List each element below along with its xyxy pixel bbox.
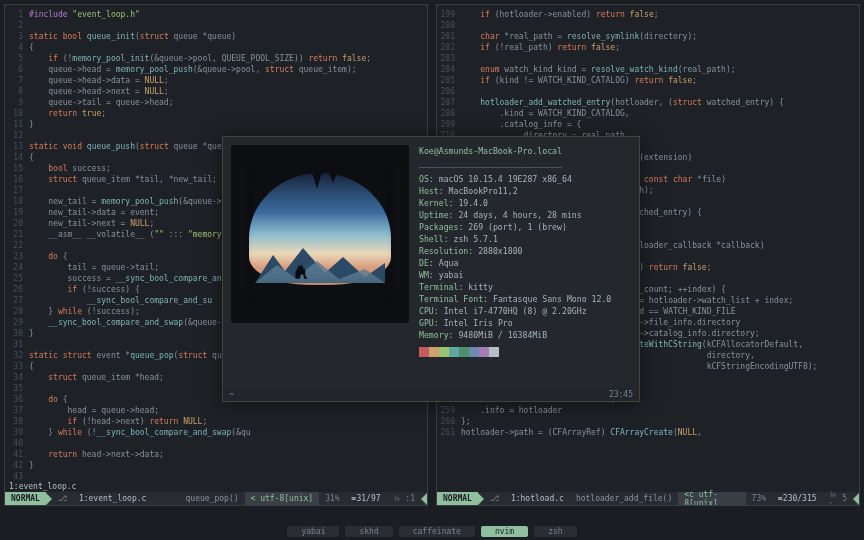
line-number: 33 [7, 361, 29, 372]
line-number: 26 [7, 284, 29, 295]
line-number: 13 [7, 141, 29, 152]
code-text: __sync_bool_compare_and_su [29, 295, 212, 306]
terminal-window[interactable]: Koe@Asmunds-MacBook-Pro.local ──────────… [222, 136, 640, 402]
line-number: 31 [7, 339, 29, 350]
right-position: 230/315 [783, 494, 817, 503]
code-text: return head->next->data; [29, 449, 164, 460]
code-line[interactable]: 202 if (!real_path) return false; [439, 42, 857, 53]
code-text: queue->tail = queue->head; [29, 97, 174, 108]
code-line[interactable]: 3static bool queue_init(struct queue *qu… [7, 31, 425, 42]
line-number: 10 [7, 108, 29, 119]
line-number: 2 [7, 20, 29, 31]
line-number: 28 [7, 306, 29, 317]
window-taskbar: yabaiskhdcaffeinatenvimzsh [0, 524, 864, 538]
code-line[interactable]: 1#include "event_loop.h" [7, 9, 425, 20]
neofetch-row: WM: yabai [419, 269, 631, 281]
code-line[interactable]: 200 [439, 20, 857, 31]
code-line[interactable]: 2 [7, 20, 425, 31]
line-number: 5 [7, 53, 29, 64]
line-number: 34 [7, 372, 29, 383]
code-text: do { [29, 394, 68, 405]
line-number: 1 [7, 9, 29, 20]
line-number: 14 [7, 152, 29, 163]
code-line[interactable]: 42} [7, 460, 425, 471]
line-number: 30 [7, 328, 29, 339]
right-col: 5 [842, 494, 847, 503]
line-number: 12 [7, 130, 29, 141]
line-number: 6 [7, 64, 29, 75]
line-number: 17 [7, 185, 29, 196]
code-line[interactable]: 207 hotloader_add_watched_entry(hotloade… [439, 97, 857, 108]
line-number: 23 [7, 251, 29, 262]
neofetch-info: Koe@Asmunds-MacBook-Pro.local ──────────… [419, 145, 631, 379]
terminal-body: Koe@Asmunds-MacBook-Pro.local ──────────… [223, 137, 639, 387]
right-status-bar: NORMAL ⎇ 1:hotload.c hotloader_add_file(… [437, 492, 859, 505]
code-line[interactable]: 8 queue->head->next = NULL; [7, 86, 425, 97]
taskbar-item-nvim[interactable]: nvim [481, 526, 528, 537]
code-line[interactable]: 208 .kind = WATCH_KIND_CATALOG, [439, 108, 857, 119]
code-line[interactable]: 261hotloader->path = (CFArrayRef) CFArra… [439, 427, 857, 438]
code-text: static bool queue_init(struct queue *que… [29, 31, 236, 42]
code-line[interactable]: 206 [439, 86, 857, 97]
taskbar-item-zsh[interactable]: zsh [534, 526, 576, 537]
line-number: 201 [439, 31, 461, 42]
code-line[interactable]: 39 } while (!__sync_bool_compare_and_swa… [7, 427, 425, 438]
neofetch-row: Packages: 269 (port), 1 (brew) [419, 221, 631, 233]
left-status-bar: NORMAL ⎇ 1:event_loop.c queue_pop() < ut… [5, 492, 427, 505]
code-line[interactable]: 40 [7, 438, 425, 449]
code-line[interactable]: 209 .catalog_info = { [439, 119, 857, 130]
line-number: 9 [7, 97, 29, 108]
code-line[interactable]: 10 return true; [7, 108, 425, 119]
code-text: if (!memory_pool_init(&queue->pool, QUEU… [29, 53, 371, 64]
code-text: queue->head->next = NULL; [29, 86, 169, 97]
code-text: head = queue->head; [29, 405, 159, 416]
code-text: if (hotloader->enabled) return false; [461, 9, 659, 20]
code-line[interactable]: 7 queue->head->data = NULL; [7, 75, 425, 86]
line-number: 3 [7, 31, 29, 42]
code-line[interactable]: 38 if (!head->next) return NULL; [7, 416, 425, 427]
code-line[interactable]: 37 head = queue->head; [7, 405, 425, 416]
line-number: 24 [7, 262, 29, 273]
code-line[interactable]: 203 [439, 53, 857, 64]
code-line[interactable]: 11} [7, 119, 425, 130]
code-text: new_tail->data = event; [29, 207, 159, 218]
line-number: 16 [7, 174, 29, 185]
line-number: 21 [7, 229, 29, 240]
neofetch-row: CPU: Intel i7-4770HQ (8) @ 2.20GHz [419, 305, 631, 317]
line-number: 8 [7, 86, 29, 97]
code-line[interactable]: 41 return head->next->data; [7, 449, 425, 460]
code-line[interactable]: 6 queue->head = memory_pool_push(&queue-… [7, 64, 425, 75]
line-number: 22 [7, 240, 29, 251]
line-number: 40 [7, 438, 29, 449]
line-number: 260 [439, 416, 461, 427]
line-number: 39 [7, 427, 29, 438]
right-current-fn: hotloader_add_file() [570, 492, 678, 505]
line-number: 208 [439, 108, 461, 119]
code-text: } while (!success); [29, 306, 140, 317]
taskbar-item-caffeinate[interactable]: caffeinate [399, 526, 475, 537]
line-number: 32 [7, 350, 29, 361]
code-text: { [29, 152, 34, 163]
terminal-status: ~ 23:45 [223, 387, 639, 401]
code-line[interactable]: 259 .info = hotloader [439, 405, 857, 416]
code-line[interactable]: 5 if (!memory_pool_init(&queue->pool, QU… [7, 53, 425, 64]
left-col: 1 [410, 494, 415, 503]
right-branch-icon: ⎇ [484, 492, 505, 505]
code-line[interactable]: 199 if (hotloader->enabled) return false… [439, 9, 857, 20]
code-line[interactable]: 9 queue->tail = queue->head; [7, 97, 425, 108]
code-text: .info = hotloader [461, 405, 562, 416]
line-number: 200 [439, 20, 461, 31]
code-line[interactable]: 201 char *real_path = resolve_symlink(di… [439, 31, 857, 42]
taskbar-item-yabai[interactable]: yabai [287, 526, 339, 537]
line-number: 42 [7, 460, 29, 471]
code-line[interactable]: 4{ [7, 42, 425, 53]
code-line[interactable]: 260}; [439, 416, 857, 427]
swatch [459, 347, 469, 357]
taskbar-item-skhd[interactable]: skhd [345, 526, 392, 537]
line-number: 4 [7, 42, 29, 53]
code-line[interactable]: 204 enum watch_kind kind = resolve_watch… [439, 64, 857, 75]
code-line[interactable]: 205 if (kind != WATCH_KIND_CATALOG) retu… [439, 75, 857, 86]
code-text: tail = queue->tail; [29, 262, 159, 273]
line-number: 261 [439, 427, 461, 438]
code-text: __asm__ __volatile__ ("" ::: "memory"); [29, 229, 236, 240]
